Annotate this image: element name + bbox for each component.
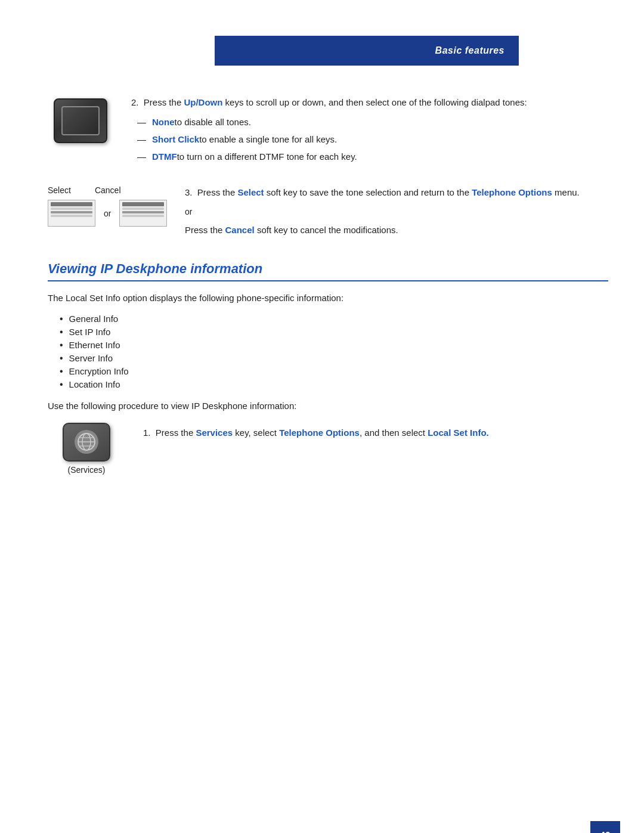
list-item-encryption: Encryption Info — [60, 366, 608, 377]
section-description: The Local Set Info option displays the f… — [48, 291, 608, 305]
list-item-location: Location Info — [60, 379, 608, 390]
tone-options-list: None to disable all tones. Short Click t… — [137, 116, 608, 163]
select-label: Select — [48, 185, 71, 195]
cancel-key-label: Cancel — [225, 225, 255, 235]
step3-section: Select Cancel or — [48, 185, 608, 237]
page-number: 49 — [600, 831, 611, 833]
shortclick-label: Short Click — [152, 133, 199, 145]
info-list: General Info Set IP Info Ethernet Info S… — [60, 314, 608, 390]
step2-image — [48, 98, 113, 143]
screen-header — [51, 202, 92, 206]
step3-content: 3. Press the Select soft key to save the… — [185, 185, 608, 237]
cancel-label: Cancel — [95, 185, 121, 195]
section-title-container: Viewing IP Deskphone information — [48, 261, 608, 281]
procedure-text: Use the following procedure to view IP D… — [48, 401, 608, 411]
step3-intro: 3. Press the Select soft key to save the… — [185, 185, 608, 200]
step2-section: 2. Press the Up/Down keys to scroll up o… — [48, 95, 608, 168]
globe-icon — [75, 430, 98, 454]
step3-image-area: Select Cancel or — [48, 185, 167, 227]
services-image: (Services) — [48, 423, 125, 475]
list-item-server: Server Info — [60, 353, 608, 364]
content-area: 2. Press the Up/Down keys to scroll up o… — [0, 66, 644, 510]
updown-key-label: Up/Down — [184, 97, 222, 107]
screen-line1 — [51, 208, 92, 210]
services-key-icon — [63, 423, 110, 462]
telephone-options-label: Telephone Options — [472, 187, 552, 197]
step2-content: 2. Press the Up/Down keys to scroll up o… — [131, 95, 608, 168]
or-line: or — [185, 207, 608, 216]
dtmf-label: DTMF — [152, 150, 177, 163]
step2-intro: 2. Press the Up/Down keys to scroll up o… — [131, 95, 608, 110]
page-number-box: 49 — [590, 821, 620, 833]
tone-option-none: None to disable all tones. — [137, 116, 608, 128]
dialpad-key-icon — [54, 98, 107, 143]
softkey-labels: Select Cancel — [48, 185, 121, 195]
telephone-options-label2: Telephone Options — [279, 428, 360, 438]
cancel-line: Press the Cancel soft key to cancel the … — [185, 224, 608, 237]
services-label: (Services) — [67, 465, 105, 475]
screen-line2 — [51, 211, 92, 213]
list-item-setip: Set IP Info — [60, 327, 608, 337]
services-content: 1. Press the Services key, select Teleph… — [143, 423, 608, 440]
header-title: Basic features — [435, 45, 504, 56]
tone-option-shortclick: Short Click to enable a single tone for … — [137, 133, 608, 145]
local-set-info-label: Local Set Info. — [428, 428, 489, 438]
select-screen-image — [48, 200, 95, 227]
screen-line5 — [122, 211, 164, 213]
services-step-intro: 1. Press the Services key, select Teleph… — [143, 426, 608, 440]
screen-line3 — [51, 215, 92, 217]
softkey-row: or — [48, 200, 167, 227]
or-between-keys: or — [104, 209, 111, 218]
header-banner: Basic features — [215, 36, 519, 66]
select-key-label: Select — [237, 187, 264, 197]
page-container: Basic features 2. Press the Up/Down keys… — [0, 36, 644, 833]
screen-line6 — [122, 215, 164, 217]
none-label: None — [152, 116, 175, 128]
services-key-label: Services — [196, 428, 233, 438]
services-section: (Services) 1. Press the Services key, se… — [48, 423, 608, 475]
list-item-general: General Info — [60, 314, 608, 324]
screen-line4 — [122, 208, 164, 210]
section-title: Viewing IP Deskphone information — [48, 261, 608, 277]
list-item-ethernet: Ethernet Info — [60, 340, 608, 351]
screen-header2 — [122, 202, 164, 206]
tone-option-dtmf: DTMF to turn on a different DTMF tone fo… — [137, 150, 608, 163]
cancel-screen-image — [119, 200, 167, 227]
